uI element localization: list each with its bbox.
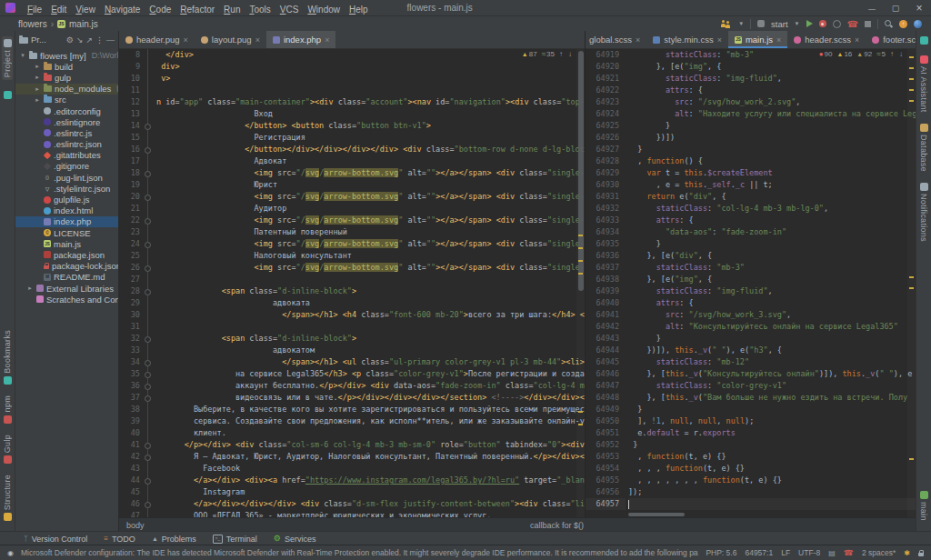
tree-item-index-php[interactable]: index.php: [15, 216, 118, 227]
menu-run[interactable]: Run: [219, 5, 245, 15]
inspections-icon[interactable]: ✱: [904, 549, 910, 557]
menu-tools[interactable]: Tools: [245, 5, 275, 15]
editor-pane-left[interactable]: header.pug×layout.pug×index.php× 8735 89…: [119, 31, 585, 517]
down-badge[interactable]: [899, 50, 904, 58]
tree-item-index-html[interactable]: index.html: [15, 205, 118, 216]
menu-file[interactable]: File: [23, 5, 46, 15]
code-editor-main-js[interactable]: staticClass: "mb-3" }, [e("img", { stati…: [626, 49, 916, 517]
tool-strip-notifications[interactable]: Notifications: [919, 183, 928, 242]
tab-header-scss[interactable]: header.scss×: [787, 31, 866, 48]
editor-pane-right[interactable]: global.scss×style.min.css×JSmain.js×head…: [585, 31, 916, 517]
fold-marker-icon[interactable]: [145, 124, 151, 130]
status-utf-8[interactable]: UTF-8: [798, 548, 820, 557]
menu-help[interactable]: Help: [345, 5, 373, 15]
tab-layout-pug[interactable]: layout.pug×: [195, 31, 266, 48]
fold-marker-icon[interactable]: [145, 242, 151, 248]
tab-footer-scss[interactable]: footer.scss×: [866, 31, 916, 48]
status-indent[interactable]: 2 spaces*: [862, 548, 896, 557]
tab-global-scss[interactable]: global.scss×: [586, 31, 646, 48]
lock-icon[interactable]: [918, 553, 924, 556]
chevron-down-icon[interactable]: ▾: [19, 52, 26, 59]
menu-code[interactable]: Code: [145, 5, 175, 15]
tree-item-main-js[interactable]: JSmain.js: [15, 238, 118, 249]
breadcrumb-body[interactable]: body: [119, 521, 145, 530]
tree-item-pug-lint-json[interactable]: {}.pug-lint.json: [15, 172, 118, 183]
status-lf[interactable]: LF: [781, 548, 790, 557]
toolwindow-services[interactable]: ⚙Services: [274, 535, 316, 544]
menu-window[interactable]: Window: [303, 5, 345, 15]
menu-view[interactable]: View: [71, 5, 100, 15]
toolwindow-version-control[interactable]: ᛉVersion Control: [24, 535, 87, 544]
tree-item-gulp[interactable]: ▸gulp: [15, 72, 118, 83]
tree-item-stylelintrc-json[interactable]: ▽.stylelintrc.json: [15, 183, 118, 194]
tool-strip-main[interactable]: main: [919, 491, 928, 521]
tree-item-eslintrc-js[interactable]: .eslintrc.js: [15, 127, 118, 138]
tree-item-gitignore[interactable]: .gitignore: [15, 161, 118, 172]
fold-marker-icon[interactable]: [145, 443, 151, 449]
code-with-me-users-icon[interactable]: [720, 20, 732, 28]
gear-icon[interactable]: ⚙: [66, 35, 74, 45]
reader-mode-icon[interactable]: ▤: [828, 549, 836, 557]
fold-marker-icon[interactable]: [145, 195, 151, 201]
menu-navigate[interactable]: Navigate: [100, 5, 145, 15]
up-badge[interactable]: [890, 50, 895, 58]
tree-item-package-json[interactable]: package.json: [15, 249, 118, 260]
collapse-all-icon[interactable]: ↘: [76, 35, 84, 45]
tree-item-src[interactable]: ▸src: [15, 95, 118, 105]
close-icon[interactable]: ×: [325, 35, 329, 45]
tool-strip-gulp[interactable]: Gulp: [3, 435, 12, 464]
tree-item-flowers-my[interactable]: ▾flowers [my]D:\Work\flowers: [15, 50, 118, 61]
profiler-button[interactable]: [833, 20, 841, 28]
tool-strip-ai-assistant[interactable]: AI Assistant: [919, 55, 928, 113]
project-panel-title[interactable]: Pr...: [31, 35, 46, 45]
tab-main-js[interactable]: JSmain.js×: [728, 31, 787, 48]
tree-item-external-libraries[interactable]: ▸External Libraries: [15, 283, 118, 294]
tree-item-node-modules[interactable]: ▸node_moduleslibrary root: [15, 84, 118, 95]
tree-item-gitattributes[interactable]: .gitattributes: [15, 150, 118, 161]
tree-item-editorconfig[interactable]: .editorconfig: [15, 105, 118, 116]
tool-strip-bookmarks[interactable]: Bookmarks: [3, 330, 12, 385]
run-config-selector[interactable]: start: [771, 19, 787, 29]
fold-marker-icon[interactable]: [145, 372, 151, 378]
breadcrumb-project[interactable]: flowers: [18, 19, 47, 29]
close-icon[interactable]: ×: [636, 35, 640, 45]
close-icon[interactable]: ×: [255, 35, 260, 45]
tool-strip-npm[interactable]: npm: [3, 395, 12, 423]
fold-marker-icon[interactable]: [145, 147, 151, 154]
tab-header-pug[interactable]: header.pug×: [119, 31, 195, 48]
stop-button[interactable]: [865, 21, 871, 27]
minimize-button[interactable]: [860, 3, 884, 13]
tree-item-build[interactable]: ▸build: [15, 61, 118, 72]
breadcrumb-callback[interactable]: callback for $(): [530, 521, 584, 530]
close-icon[interactable]: ×: [776, 35, 781, 45]
fold-marker-icon[interactable]: [145, 478, 151, 485]
fold-marker-icon[interactable]: [145, 455, 151, 461]
breadcrumb-file[interactable]: main.js: [69, 19, 98, 29]
toolwindow-terminal[interactable]: >_Terminal: [213, 535, 257, 544]
profile-avatar[interactable]: [914, 20, 922, 28]
toolwindow-todo[interactable]: ≡TODO: [104, 535, 135, 544]
toolwindow-problems[interactable]: ▲Problems: [152, 535, 196, 544]
tree-item-package-lock-json[interactable]: package-lock.json: [15, 261, 118, 272]
tree-item-gulpfile-js[interactable]: gulpfile.js: [15, 194, 118, 205]
tool-strip-structure[interactable]: Structure: [3, 475, 12, 521]
phone-icon[interactable]: ☎: [847, 20, 858, 28]
fold-marker-icon[interactable]: [145, 360, 151, 366]
update-icon[interactable]: ↑: [899, 20, 907, 28]
expand-all-icon[interactable]: ↗: [85, 35, 93, 45]
fold-marker-icon[interactable]: [145, 502, 151, 508]
scrollbar-thumb[interactable]: [578, 51, 584, 291]
tree-item-readme-md[interactable]: MREADME.md: [15, 272, 118, 283]
scrollbar-right[interactable]: [907, 49, 916, 517]
down-badge[interactable]: [568, 50, 573, 58]
tool-strip-commit[interactable]: [4, 91, 12, 99]
chevron-down-icon[interactable]: ▼: [795, 21, 800, 26]
tab-style-min-css[interactable]: style.min.css×: [646, 31, 728, 48]
close-icon[interactable]: ×: [717, 35, 722, 45]
phone-icon[interactable]: ☎: [844, 548, 854, 557]
chevron-right-icon[interactable]: ▸: [34, 63, 41, 70]
status-php[interactable]: PHP: 5.6: [706, 548, 736, 557]
tool-strip-stripe-teal[interactable]: [920, 36, 928, 45]
run-button[interactable]: [806, 20, 813, 27]
menu-refactor[interactable]: Refactor: [175, 5, 219, 15]
